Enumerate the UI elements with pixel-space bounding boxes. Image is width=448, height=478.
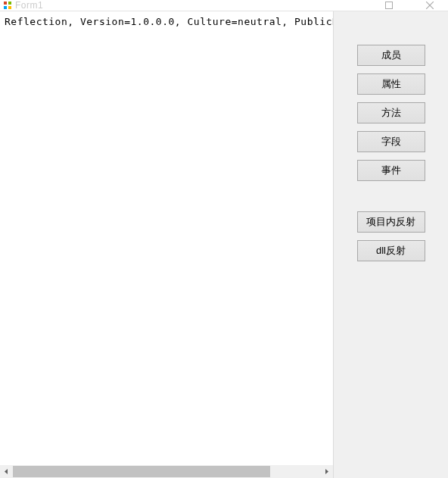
window-title: Form1 xyxy=(15,0,374,11)
dll-reflect-button[interactable]: dll反射 xyxy=(357,240,425,261)
window-root: Form1 Reflection, Version=1.0.0.0, Cultu… xyxy=(0,0,448,478)
left-panel: Reflection, Version=1.0.0.0, Culture=neu… xyxy=(0,11,333,478)
button-group-1: 成员 属性 方法 字段 事件 xyxy=(357,45,425,181)
scroll-thumb[interactable] xyxy=(13,466,270,477)
horizontal-scrollbar[interactable] xyxy=(0,465,333,478)
svg-rect-3 xyxy=(8,6,11,9)
right-panel: 成员 属性 方法 字段 事件 项目内反射 dll反射 xyxy=(333,11,448,478)
methods-button[interactable]: 方法 xyxy=(357,102,425,123)
scroll-right-arrow[interactable] xyxy=(320,465,333,478)
scroll-track[interactable] xyxy=(13,465,320,478)
svg-marker-8 xyxy=(325,469,328,474)
fields-button[interactable]: 字段 xyxy=(357,131,425,152)
client-area: Reflection, Version=1.0.0.0, Culture=neu… xyxy=(0,11,448,478)
titlebar: Form1 xyxy=(0,0,448,11)
properties-button[interactable]: 属性 xyxy=(357,73,425,95)
svg-rect-4 xyxy=(386,2,393,9)
scroll-left-arrow[interactable] xyxy=(0,465,13,478)
button-group-2: 项目内反射 dll反射 xyxy=(357,211,425,261)
app-icon xyxy=(3,1,12,10)
svg-rect-1 xyxy=(8,2,11,5)
output-textbox[interactable]: Reflection, Version=1.0.0.0, Culture=neu… xyxy=(0,11,333,465)
project-reflect-button[interactable]: 项目内反射 xyxy=(357,211,425,233)
svg-rect-2 xyxy=(4,6,7,9)
maximize-button[interactable] xyxy=(374,1,404,10)
window-controls xyxy=(374,1,445,10)
close-button[interactable] xyxy=(415,1,445,10)
svg-marker-7 xyxy=(5,469,8,474)
events-button[interactable]: 事件 xyxy=(357,160,425,181)
members-button[interactable]: 成员 xyxy=(357,45,425,66)
svg-rect-0 xyxy=(4,2,7,5)
